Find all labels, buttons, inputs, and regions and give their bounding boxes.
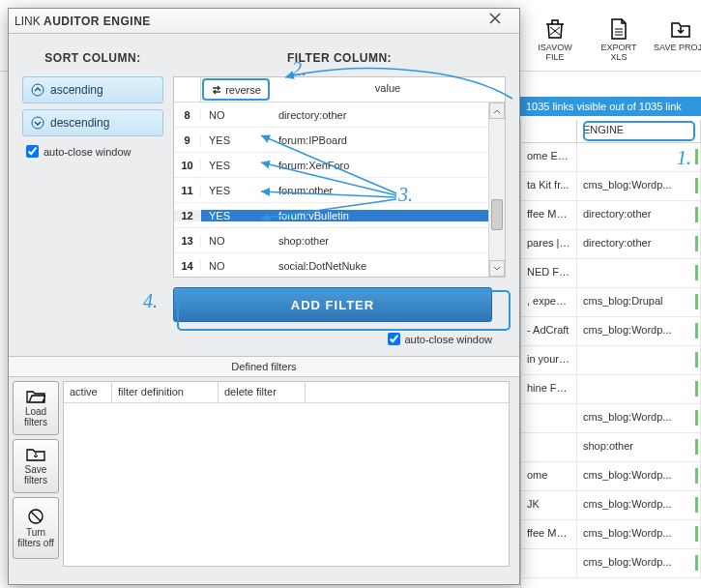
bg-header-col1[interactable] [521,120,577,142]
defined-filters-table-header: active filter definition delete filter [64,382,509,403]
cell-title: ffee Ma... [521,201,577,229]
scroll-up-button[interactable] [489,103,505,119]
filter-row-num: 14 [174,260,201,272]
table-row[interactable]: pares | 4...directory:other [521,230,701,259]
cell-title: hine Fo... [521,375,577,403]
bg-table-header: ENGINE [521,120,701,143]
save-filters-button[interactable]: Save filters [13,439,59,493]
status-bar-indicator [695,439,698,455]
defined-filters-area: Load filters Save filters Turn filters o… [9,377,519,571]
ascending-button[interactable]: ascending [22,76,163,103]
filter-modal: LINK AUDITOR ENGINE SORT COLUMN: ascendi… [8,8,520,585]
filter-row[interactable]: 8NOdirectory:other [174,103,505,128]
filter-value-header[interactable]: value [271,77,505,102]
filter-row-reverse: YES [201,185,271,196]
filter-row[interactable]: 14NOsocial:DotNetNuke [174,253,505,277]
filter-row-reverse: NO [201,260,271,272]
cell-engine: directory:other [577,201,701,229]
filter-row-value: directory:other [271,109,505,121]
cell-engine: cms_blog:Drupal [577,288,701,316]
cell-title: ome Es... [521,143,577,171]
sort-column-header: SORT COLUMN: [22,51,163,65]
filter-row-reverse: YES [201,160,271,171]
filter-list-header: reverse value [174,77,505,103]
status-bar-indicator [695,294,698,309]
table-row[interactable]: , expen...cms_blog:Drupal [521,288,701,317]
save-project-button[interactable]: SAVE PROJE [654,17,701,52]
filter-row-value: forum:vBulletin [271,210,505,221]
export-xls-button[interactable]: EXPORT XLS [592,17,646,62]
def-col-delete[interactable]: delete filter [219,382,306,402]
cell-engine: cms_blog:Wordp... [577,491,701,519]
descending-button[interactable]: descending [22,109,163,136]
autoclose-checkbox-top[interactable]: auto-close window [22,142,163,161]
cell-engine [577,375,701,403]
sort-desc-icon [31,116,44,130]
autoclose-top-input[interactable] [26,145,39,158]
trash-icon [543,17,567,41]
cell-title: ome [521,462,577,490]
scroll-thumb[interactable] [491,199,503,230]
filter-column-header: FILTER COLUMN: [173,51,506,65]
filter-off-icon [27,508,44,525]
close-button[interactable] [477,13,513,30]
cell-engine: cms_blog:Wordp... [577,172,701,200]
cell-title: NED FO... [521,259,577,287]
def-col-active[interactable]: active [64,382,112,402]
table-row[interactable]: hine Fo... [521,375,701,404]
table-row[interactable]: JKcms_blog:Wordp... [521,491,701,520]
filter-row[interactable]: 13NOshop:other [174,228,505,253]
filter-row-num: 10 [174,160,201,171]
cell-engine: directory:other [577,230,701,258]
turn-filters-off-button[interactable]: Turn filters off [13,497,59,559]
filter-num-header[interactable] [174,77,201,102]
table-row[interactable]: ta Kit fr...cms_blog:Wordp... [521,172,701,201]
table-row[interactable]: ffee Ma...directory:other [521,201,701,230]
disavow-file-button[interactable]: ISAVOW FILE [528,17,582,62]
status-bar-indicator [695,352,698,368]
cell-title: pares | 4... [521,230,577,258]
autoclose-bottom-input[interactable] [388,333,400,345]
load-filters-button[interactable]: Load filters [13,381,59,435]
scroll-down-button[interactable] [489,260,505,277]
status-bar-indicator [695,178,698,193]
filter-row-num: 12 [174,210,201,221]
add-filter-button[interactable]: ADD FILTER [173,287,492,322]
cell-engine: cms_blog:Wordp... [577,549,701,577]
status-bar-indicator [695,410,698,426]
status-bar-indicator [695,497,698,513]
filter-row-value: forum:other [271,185,505,196]
reverse-button[interactable]: reverse [202,78,270,101]
modal-title-text: LINK AUDITOR ENGINE [15,15,151,28]
table-row[interactable]: shop:other [521,433,701,462]
background-table: ENGINE ome Es...ta Kit fr...cms_blog:Wor… [520,120,701,588]
table-row[interactable]: - AdCraftcms_blog:Wordp... [521,317,701,346]
filter-row[interactable]: 11YESforum:other [174,178,505,203]
table-row[interactable]: in your ... [521,346,701,375]
close-icon [489,13,501,24]
filter-row[interactable]: 9YESforum:IPBoard [174,128,505,153]
cell-engine: cms_blog:Wordp... [577,462,701,490]
filter-row[interactable]: 10YESforum:XenForo [174,153,505,178]
bg-header-engine[interactable]: ENGINE [577,120,701,142]
filter-row-value: social:DotNetNuke [271,260,505,272]
autoclose-checkbox-bottom[interactable]: auto-close window [173,330,492,348]
cell-title: JK [521,491,577,519]
cell-title: , expen... [521,288,577,316]
table-row[interactable]: cms_blog:Wordp... [521,404,701,433]
table-row[interactable]: omecms_blog:Wordp... [521,462,701,491]
chevron-up-icon [493,107,501,115]
def-col-definition[interactable]: filter definition [112,382,219,402]
filter-scrollbar[interactable] [488,103,505,277]
table-row[interactable]: NED FO... [521,259,701,288]
table-row[interactable]: cms_blog:Wordp... [521,549,701,578]
filter-row-num: 9 [174,134,201,146]
filter-row-reverse: NO [201,109,271,121]
table-row[interactable]: ome Es... [521,143,701,172]
status-bar-indicator [695,526,698,542]
cell-engine [577,143,701,171]
chevron-down-icon [493,265,501,273]
cell-engine [577,259,701,287]
filter-row[interactable]: 12YESforum:vBulletin [174,203,505,228]
table-row[interactable]: ffee Makercms_blog:Wordp... [521,520,701,549]
